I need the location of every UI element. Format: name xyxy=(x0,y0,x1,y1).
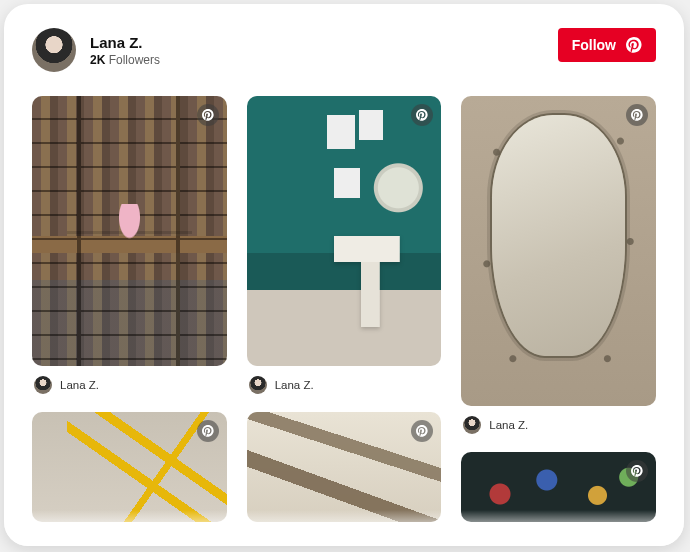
pinterest-icon xyxy=(626,37,642,53)
pin-image[interactable] xyxy=(461,96,656,406)
pin-author: Lana Z. xyxy=(275,379,314,391)
pin-image[interactable] xyxy=(247,412,442,522)
pin-grid: Lana Z. Lana Z. xyxy=(32,96,656,534)
pin[interactable]: Lana Z. xyxy=(247,96,442,400)
pin[interactable] xyxy=(32,412,227,522)
pin[interactable]: Lana Z. xyxy=(32,96,227,400)
pin[interactable] xyxy=(461,452,656,522)
pinterest-badge-icon[interactable] xyxy=(411,104,433,126)
followers-count: 2K xyxy=(90,53,105,67)
pin-attribution[interactable]: Lana Z. xyxy=(247,366,442,400)
pinterest-badge-icon[interactable] xyxy=(411,420,433,442)
pin[interactable] xyxy=(247,412,442,522)
followers-label: Followers xyxy=(109,53,160,67)
pin-image[interactable] xyxy=(247,96,442,366)
pin[interactable]: Lana Z. xyxy=(461,96,656,440)
header: Lana Z. 2K Followers Follow xyxy=(32,28,656,72)
profile-name[interactable]: Lana Z. xyxy=(90,34,160,51)
follow-button[interactable]: Follow xyxy=(558,28,656,62)
avatar[interactable] xyxy=(32,28,76,72)
pin-image[interactable] xyxy=(32,412,227,522)
profile-followers: 2K Followers xyxy=(90,53,160,67)
pin-author: Lana Z. xyxy=(489,419,528,431)
pin-author: Lana Z. xyxy=(60,379,99,391)
profile-card: Lana Z. 2K Followers Follow xyxy=(4,4,684,546)
avatar-small xyxy=(249,376,267,394)
pin-attribution[interactable]: Lana Z. xyxy=(32,366,227,400)
follow-label: Follow xyxy=(572,37,616,53)
pin-image[interactable] xyxy=(461,452,656,522)
pinterest-badge-icon[interactable] xyxy=(626,104,648,126)
pinterest-badge-icon[interactable] xyxy=(197,104,219,126)
pin-attribution[interactable]: Lana Z. xyxy=(461,406,656,440)
pinterest-badge-icon[interactable] xyxy=(197,420,219,442)
avatar-small xyxy=(34,376,52,394)
pinterest-badge-icon[interactable] xyxy=(626,460,648,482)
avatar-small xyxy=(463,416,481,434)
profile-text: Lana Z. 2K Followers xyxy=(90,34,160,67)
pin-image[interactable] xyxy=(32,96,227,366)
profile-block[interactable]: Lana Z. 2K Followers xyxy=(32,28,160,72)
